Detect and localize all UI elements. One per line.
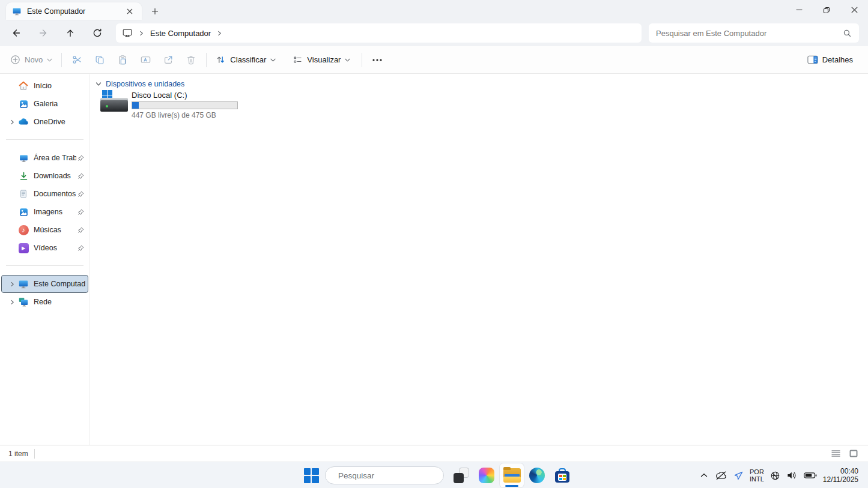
toolbar-separator xyxy=(61,53,62,67)
close-button[interactable] xyxy=(840,0,868,20)
videos-icon: ▶ xyxy=(17,242,29,254)
sidebar-divider xyxy=(6,139,83,140)
explorer-search xyxy=(649,23,859,43)
explorer-search-input[interactable] xyxy=(656,29,843,38)
view-button[interactable]: Visualizar xyxy=(287,50,356,70)
network-status-button[interactable] xyxy=(770,466,780,485)
chevron-down-icon xyxy=(345,58,350,62)
search-icon[interactable] xyxy=(843,29,852,38)
collapse-chevron-icon[interactable] xyxy=(96,81,102,87)
refresh-button[interactable] xyxy=(87,23,108,43)
sidebar-item-documentos[interactable]: Documentos xyxy=(1,185,88,203)
tray-time: 00:40 xyxy=(840,467,858,475)
home-icon xyxy=(17,80,29,92)
tray-overflow-button[interactable] xyxy=(699,466,709,485)
sidebar-item-area-de-trabalho[interactable]: Área de Trabalho xyxy=(1,149,88,167)
battery-button[interactable] xyxy=(804,466,817,485)
plus-circle-icon xyxy=(10,55,20,65)
back-button[interactable] xyxy=(6,23,26,43)
tab-close-icon[interactable] xyxy=(124,5,136,17)
restore-button[interactable] xyxy=(813,0,840,20)
taskbar-search-input[interactable] xyxy=(338,471,445,480)
up-button[interactable] xyxy=(60,23,80,43)
chevron-right-icon[interactable] xyxy=(139,31,144,36)
running-app-indicator xyxy=(505,485,518,487)
chevron-right-icon[interactable] xyxy=(217,31,222,36)
group-header-devices[interactable]: Dispositivos e unidades xyxy=(91,74,868,88)
paste-button[interactable] xyxy=(111,50,134,70)
minimize-button[interactable] xyxy=(785,0,813,20)
forward-button[interactable] xyxy=(33,23,53,43)
sidebar-item-label: Área de Trabalho xyxy=(34,154,76,162)
music-icon: ♪ xyxy=(17,224,29,236)
file-list-area: Dispositivos e unidades Disco Local (C:)… xyxy=(91,74,868,445)
sidebar-item-label: Downloads xyxy=(34,172,76,180)
tab-este-computador[interactable]: Este Computador xyxy=(6,2,142,20)
sidebar-item-videos[interactable]: ▶ Vídeos xyxy=(1,239,88,257)
expand-chevron-icon[interactable] xyxy=(7,300,17,305)
cloud-off-icon xyxy=(715,471,727,480)
rename-button[interactable] xyxy=(134,50,157,70)
breadcrumb-item[interactable]: Este Computador xyxy=(150,29,211,38)
copilot-button[interactable] xyxy=(475,463,499,487)
location-button[interactable] xyxy=(733,466,744,485)
large-icons-view-button[interactable] xyxy=(846,447,861,460)
details-panel-icon xyxy=(807,55,818,64)
new-button[interactable]: Novo xyxy=(5,50,58,70)
download-icon xyxy=(17,170,29,182)
sidebar-item-label: Rede xyxy=(34,298,85,306)
toolbar-separator xyxy=(206,53,207,67)
cut-icon xyxy=(71,54,83,65)
globe-off-icon xyxy=(770,471,780,481)
new-tab-button[interactable] xyxy=(148,4,162,19)
onedrive-paused-button[interactable] xyxy=(715,466,727,485)
gallery-icon xyxy=(17,98,29,110)
copy-button[interactable] xyxy=(88,50,111,70)
details-pane-label: Detalhes xyxy=(822,55,853,64)
delete-button[interactable] xyxy=(180,50,202,70)
sidebar-item-onedrive[interactable]: OneDrive xyxy=(1,113,88,131)
sidebar-item-imagens[interactable]: Imagens xyxy=(1,203,88,221)
pin-icon xyxy=(77,173,85,179)
sidebar-item-inicio[interactable]: Início xyxy=(1,77,88,95)
copy-icon xyxy=(94,55,105,65)
volume-button[interactable] xyxy=(786,466,798,485)
cut-button[interactable] xyxy=(65,50,88,70)
sidebar-item-downloads[interactable]: Downloads xyxy=(1,167,88,185)
start-button[interactable] xyxy=(299,463,323,487)
share-icon xyxy=(163,55,174,65)
taskbar-search[interactable] xyxy=(325,466,444,484)
task-view-button[interactable] xyxy=(449,463,473,487)
drive-disco-local-c[interactable]: Disco Local (C:) 447 GB livre(s) de 475 … xyxy=(100,90,250,119)
breadcrumb[interactable]: Este Computador xyxy=(116,23,642,43)
system-tray: POR INTL 00:40 12/11/2025 xyxy=(699,462,858,488)
status-bar: 1 item xyxy=(0,445,868,462)
icon-view-icon xyxy=(849,450,858,457)
sort-button[interactable]: Classificar xyxy=(210,50,281,70)
clock[interactable]: 00:40 12/11/2025 xyxy=(823,466,858,485)
sidebar-item-musicas[interactable]: ♪ Músicas xyxy=(1,221,88,239)
tab-title: Este Computador xyxy=(27,7,124,16)
list-view-icon xyxy=(831,450,840,457)
copilot-icon xyxy=(479,468,494,483)
status-separator xyxy=(34,449,35,459)
expand-chevron-icon[interactable] xyxy=(7,119,17,125)
file-explorer-icon xyxy=(503,468,521,483)
details-pane-button[interactable]: Detalhes xyxy=(802,50,858,70)
language-indicator[interactable]: POR INTL xyxy=(750,466,764,485)
details-view-button[interactable] xyxy=(828,447,843,460)
expand-chevron-icon[interactable] xyxy=(7,282,17,287)
sidebar-item-este-computador[interactable]: Este Computador xyxy=(1,275,88,293)
sidebar-divider xyxy=(6,265,83,266)
file-explorer-button[interactable] xyxy=(500,463,524,487)
store-button[interactable] xyxy=(550,463,574,487)
desktop-screen: Este Computador xyxy=(0,0,868,488)
sidebar-item-label: Vídeos xyxy=(34,244,76,252)
sidebar-item-galeria[interactable]: Galeria xyxy=(1,95,88,113)
sidebar-item-rede[interactable]: Rede xyxy=(1,293,88,311)
more-options-button[interactable] xyxy=(366,50,389,70)
share-button[interactable] xyxy=(157,50,180,70)
pin-icon xyxy=(77,209,85,215)
sidebar-item-label: Músicas xyxy=(34,226,76,234)
edge-button[interactable] xyxy=(525,463,549,487)
